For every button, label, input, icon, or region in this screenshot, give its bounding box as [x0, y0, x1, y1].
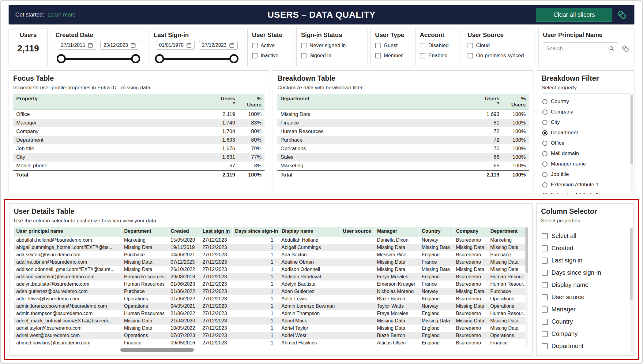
focus-row[interactable]: Department1,69380%	[13, 136, 265, 144]
user-row[interactable]: abigail.cummings_hotmail.com#EXT#@bs...M…	[14, 244, 526, 251]
radio-icon[interactable]	[542, 193, 547, 195]
signin-status-option-signed-in[interactable]: Signed in	[301, 53, 363, 59]
radio-icon[interactable]	[542, 120, 547, 125]
radio-icon[interactable]	[542, 151, 547, 156]
user-source-option-cloud[interactable]: Cloud	[468, 43, 531, 49]
checkbox-icon[interactable]	[542, 258, 548, 264]
user-row[interactable]: adler.lewis@bsuredemo.comOperations01/06…	[14, 295, 526, 303]
created-date-end-input[interactable]: 23/12/2023	[100, 41, 139, 50]
column-selector-option-manager[interactable]: Manager	[541, 306, 629, 313]
learn-more-link[interactable]: Learn more	[47, 12, 76, 18]
checkbox-icon[interactable]	[468, 53, 473, 58]
column-selector-option-select-all[interactable]: Select all	[541, 232, 629, 240]
horizontal-scrollbar[interactable]	[14, 348, 528, 352]
user-state-option-active[interactable]: Active	[252, 43, 289, 49]
details-header-department-10[interactable]: Department	[488, 227, 526, 236]
clear-search-eraser-icon[interactable]	[621, 44, 630, 53]
checkbox-icon[interactable]	[542, 270, 548, 276]
user-type-option-guest[interactable]: Guest	[375, 43, 408, 49]
checkbox-icon[interactable]	[542, 282, 548, 288]
calendar-icon[interactable]	[186, 43, 192, 48]
checkbox-icon[interactable]	[375, 53, 381, 58]
user-row[interactable]: addison.odonnell_gmail.com#EXT#@bsure...…	[14, 266, 526, 273]
calendar-icon[interactable]	[229, 43, 235, 48]
checkbox-icon[interactable]	[542, 306, 548, 313]
breakdown-row[interactable]: Marketing65100%	[277, 162, 529, 170]
checkbox-icon[interactable]	[468, 43, 473, 48]
user-source-option-on-premises-synced[interactable]: On-premises synced	[468, 53, 531, 59]
breakdown-filter-option-extension-attribute-2[interactable]: Extension Attribute 2	[542, 192, 630, 194]
focus-row[interactable]: Company1,70480%	[13, 127, 265, 136]
column-selector-option-created[interactable]: Created	[541, 245, 629, 252]
breakdown-header-users[interactable]: Users▼	[473, 94, 502, 110]
column-selector-option-user-source[interactable]: User source	[541, 294, 629, 301]
checkbox-icon[interactable]	[375, 43, 381, 48]
account-option-enabled[interactable]: Enabled	[420, 53, 455, 59]
checkbox-icon[interactable]	[542, 319, 548, 325]
radio-icon[interactable]	[542, 110, 547, 115]
breakdown-filter-option-extension-attribute-1[interactable]: Extension Attribute 1	[542, 182, 630, 188]
details-header-last-sign-in-3[interactable]: Last sign in	[200, 227, 232, 236]
details-header-department-1[interactable]: Department	[122, 227, 168, 236]
radio-icon[interactable]	[542, 130, 547, 136]
created-date-range-slider[interactable]	[57, 54, 140, 64]
checkbox-icon[interactable]	[542, 233, 548, 239]
breakdown-filter-option-company[interactable]: Company	[542, 109, 630, 115]
user-row[interactable]: adriel_mack_hotmail.com#EXT#@bsurede...M…	[14, 317, 526, 325]
search-input[interactable]: Search	[543, 42, 618, 55]
breakdown-filter-option-mail-domain[interactable]: Mail domain	[542, 150, 630, 157]
column-selector-option-last-sign-in[interactable]: Last sign in	[541, 257, 629, 264]
details-header-days-since-sign-in-4[interactable]: Days since sign-in	[232, 227, 279, 236]
details-header-country-8[interactable]: Country	[419, 227, 453, 236]
checkbox-icon[interactable]	[542, 294, 548, 300]
slider-handle-end[interactable]	[229, 54, 239, 63]
checkbox-icon[interactable]	[420, 43, 425, 48]
scrollbar-thumb[interactable]	[120, 348, 194, 352]
user-type-option-member[interactable]: Member	[375, 53, 408, 59]
checkbox-icon[interactable]	[542, 245, 548, 251]
user-row[interactable]: addison.sandoval@bsuredemo.comHuman Reso…	[14, 273, 526, 280]
radio-icon[interactable]	[542, 141, 547, 146]
breakdown-row[interactable]: Finance81100%	[277, 119, 529, 127]
signin-status-option-never-signed-in[interactable]: Never signed in	[301, 43, 363, 49]
breakdown-filter-option-manager-name[interactable]: Manager name	[542, 161, 630, 167]
account-option-disabled[interactable]: Disabled	[420, 43, 455, 49]
scrollbar-thumb[interactable]	[630, 228, 633, 300]
slider-handle-start[interactable]	[57, 54, 66, 63]
last-signin-start-input[interactable]: 01/01/1970	[156, 41, 194, 50]
checkbox-icon[interactable]	[252, 43, 258, 48]
vertical-scrollbar[interactable]	[630, 228, 633, 353]
breakdown-row[interactable]: Human Resources72100%	[277, 127, 529, 136]
eraser-icon[interactable]	[617, 9, 628, 20]
column-selector-option-days-since-sign-in[interactable]: Days since sign-in	[541, 269, 629, 276]
focus-row[interactable]: City1,63177%	[13, 153, 265, 162]
focus-header-users[interactable]: Users▼	[209, 94, 238, 110]
focus-header-property[interactable]: Property	[13, 94, 209, 110]
details-header-company-9[interactable]: Company	[453, 227, 488, 236]
checkbox-icon[interactable]	[252, 53, 258, 58]
focus-row[interactable]: Office2,119100%	[13, 110, 265, 119]
details-header-display-name-5[interactable]: Display name	[279, 227, 340, 236]
focus-row[interactable]: Job title1,67679%	[13, 144, 265, 153]
user-row[interactable]: adriel.taylor@bsuredemo.comMissing Data1…	[14, 325, 526, 332]
user-row[interactable]: aden.gutierrez@bsuredemo.comPurchace01/0…	[14, 288, 526, 295]
breakdown-row[interactable]: Operations70100%	[277, 144, 529, 153]
breakdown-filter-option-country[interactable]: Country	[542, 98, 630, 105]
vertical-scrollbar[interactable]	[630, 95, 633, 191]
checkbox-icon[interactable]	[301, 53, 306, 58]
details-header-manager-7[interactable]: Manager	[374, 227, 419, 236]
user-row[interactable]: admin.thompson@bsuredemo.comHuman Resour…	[14, 310, 526, 317]
clear-all-slicers-button[interactable]: Clear all slicers	[536, 8, 612, 22]
focus-row[interactable]: Mobile phone673%	[13, 162, 265, 170]
user-row[interactable]: ada.sexton@bsuredemo.comPurchace04/06/20…	[14, 251, 526, 258]
radio-icon[interactable]	[542, 172, 547, 177]
details-header-user-source-6[interactable]: User source	[340, 227, 374, 236]
details-header-user-principal-name-0[interactable]: User principal name	[14, 227, 122, 236]
vertical-scrollbar[interactable]	[525, 227, 528, 347]
calendar-icon[interactable]	[88, 43, 93, 48]
user-row[interactable]: adelyn.bautista@bsuredemo.comHuman Resou…	[14, 280, 526, 288]
breakdown-row[interactable]: Purchace72100%	[277, 136, 529, 144]
slider-handle-start[interactable]	[155, 54, 164, 63]
calendar-icon[interactable]	[130, 43, 136, 48]
user-row[interactable]: adriel.west@bsuredemo.comOperations07/07…	[14, 332, 526, 339]
